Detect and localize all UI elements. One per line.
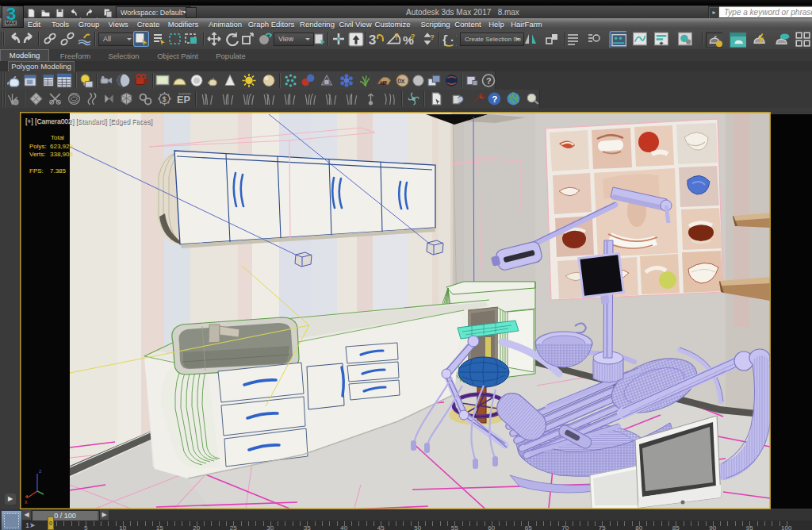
svg-text:Total: Total	[51, 134, 64, 141]
svg-text:623,929: 623,929	[50, 143, 73, 150]
svg-text:338,908: 338,908	[50, 151, 73, 158]
svg-text:Verts:: Verts:	[29, 151, 45, 158]
svg-text:FPS:: FPS:	[29, 167, 44, 175]
svg-text:Polys:: Polys:	[29, 143, 47, 150]
svg-text:3: 3	[369, 33, 376, 47]
svg-text:x: x	[25, 499, 28, 505]
svg-text:?: ?	[486, 76, 492, 86]
svg-text:?: ?	[411, 33, 415, 40]
svg-text:?: ?	[492, 94, 497, 104]
svg-text:HF: HF	[381, 80, 388, 86]
svg-text:$: $	[163, 95, 167, 103]
svg-text:z: z	[39, 468, 42, 474]
svg-text:EXPERT: EXPERT	[178, 92, 191, 96]
svg-text:7.385: 7.385	[50, 167, 67, 175]
svg-text:{·}: {·}	[442, 34, 457, 47]
svg-text:?: ?	[430, 33, 434, 41]
svg-text:[+] [Camera002] [Standard] [Ed: [+] [Camera002] [Standard] [Edged Faces]	[25, 117, 152, 125]
svg-text:0x: 0x	[397, 77, 405, 85]
svg-text:?: ?	[394, 33, 399, 41]
